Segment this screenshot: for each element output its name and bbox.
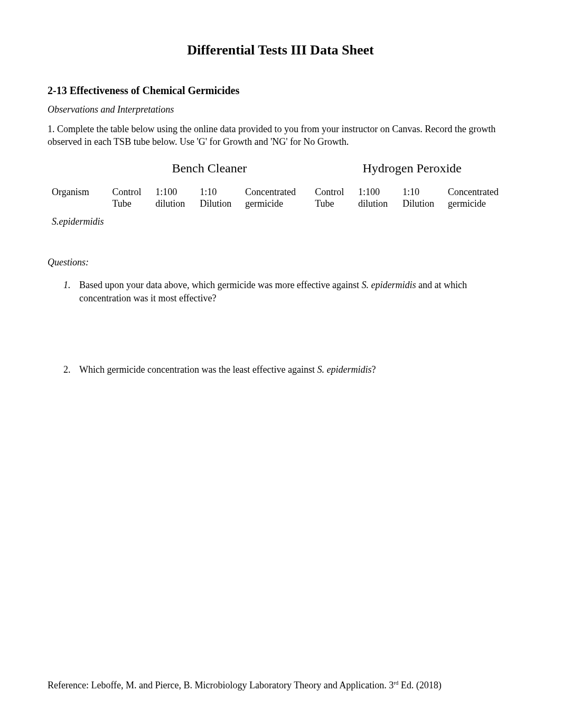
q2-ital: S. epidermidis xyxy=(317,364,371,375)
q2-marker: 2. xyxy=(63,363,79,376)
cell-bc-1-10[interactable] xyxy=(195,213,241,231)
footer-sup: rd xyxy=(394,679,398,686)
q2-pre: Which germicide concentration was the le… xyxy=(79,364,317,375)
col-bc-conc: Concentrated germicide xyxy=(241,183,311,213)
germicide-table: Bench Cleaner Hydrogen Peroxide Organism… xyxy=(48,156,513,231)
cell-hp-control[interactable] xyxy=(311,213,354,231)
instruction-text: 1. Complete the table below using the on… xyxy=(48,123,513,149)
col-hp-control: Control Tube xyxy=(311,183,354,213)
table-corner-blank xyxy=(48,156,108,183)
table-row: S.epidermidis xyxy=(48,213,513,231)
cell-bc-control[interactable] xyxy=(108,213,152,231)
q1-marker: 1. xyxy=(63,279,79,305)
cell-bc-1-100[interactable] xyxy=(151,213,195,231)
table-group-row: Bench Cleaner Hydrogen Peroxide xyxy=(48,156,513,183)
question-1: 1. Based upon your data above, which ger… xyxy=(63,279,513,305)
cell-bc-conc[interactable] xyxy=(241,213,311,231)
table-col-row: Organism Control Tube 1:100 dilution 1:1… xyxy=(48,183,513,213)
questions-list: 1. Based upon your data above, which ger… xyxy=(63,279,513,377)
col-bc-control: Control Tube xyxy=(108,183,152,213)
footer-post: Ed. (2018) xyxy=(398,680,441,690)
col-hp-conc: Concentrated germicide xyxy=(444,183,513,213)
footer-pre: Reference: Leboffe, M. and Pierce, B. Mi… xyxy=(48,680,394,690)
page-title: Differential Tests III Data Sheet xyxy=(48,42,513,58)
group-header-bench-cleaner: Bench Cleaner xyxy=(108,156,311,183)
cell-hp-1-100[interactable] xyxy=(354,213,398,231)
section-subheading: Observations and Interpretations xyxy=(48,104,513,115)
group-header-hydrogen-peroxide: Hydrogen Peroxide xyxy=(311,156,513,183)
section-heading: 2-13 Effectiveness of Chemical Germicide… xyxy=(48,85,513,97)
q2-text: Which germicide concentration was the le… xyxy=(79,363,376,376)
col-organism: Organism xyxy=(48,183,108,213)
organism-name: S.epidermidis xyxy=(48,213,108,231)
questions-label: Questions: xyxy=(48,257,513,268)
page: Differential Tests III Data Sheet 2-13 E… xyxy=(0,0,561,728)
q1-pre: Based upon your data above, which germic… xyxy=(79,280,361,290)
q2-post: ? xyxy=(371,364,376,375)
col-bc-1-10: 1:10 Dilution xyxy=(195,183,241,213)
col-hp-1-10: 1:10 Dilution xyxy=(398,183,444,213)
q1-text: Based upon your data above, which germic… xyxy=(79,279,513,305)
cell-hp-conc[interactable] xyxy=(444,213,513,231)
col-bc-1-100: 1:100 dilution xyxy=(151,183,195,213)
col-hp-1-100: 1:100 dilution xyxy=(354,183,398,213)
question-2: 2. Which germicide concentration was the… xyxy=(63,363,513,376)
q1-ital: S. epidermidis xyxy=(361,280,416,290)
cell-hp-1-10[interactable] xyxy=(398,213,444,231)
footer-reference: Reference: Leboffe, M. and Pierce, B. Mi… xyxy=(48,679,513,691)
